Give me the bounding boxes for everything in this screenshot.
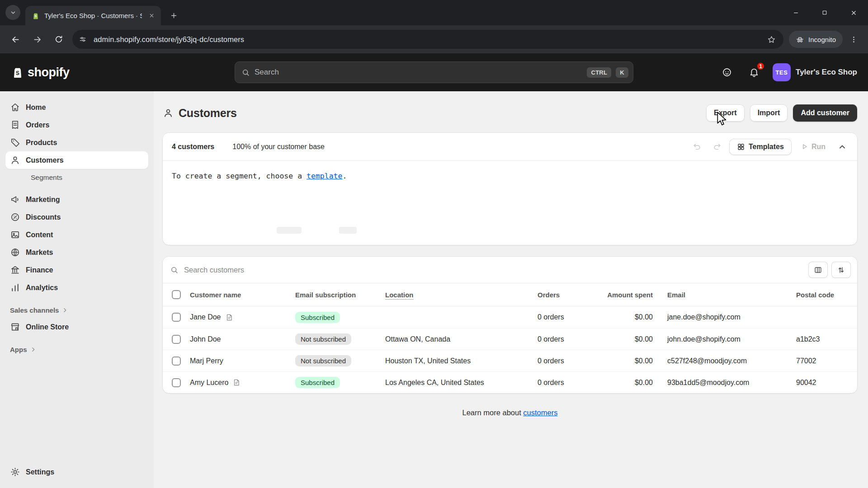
customers-page-icon — [163, 108, 174, 118]
apps-header[interactable]: Apps — [5, 341, 148, 357]
site-info-icon[interactable] — [75, 32, 90, 47]
footer-text: Learn more about — [462, 408, 524, 417]
tab-search-button[interactable] — [5, 5, 20, 20]
sidebar-item-label: Online Store — [26, 323, 69, 331]
column-header-postal-code[interactable]: Postal code — [796, 291, 850, 299]
close-button[interactable] — [839, 0, 868, 25]
forward-button[interactable] — [27, 29, 47, 49]
sort-button[interactable] — [831, 262, 851, 278]
run-button[interactable]: Run — [796, 143, 830, 151]
column-header-amount-spent[interactable]: Amount spent — [601, 291, 667, 299]
undo-button[interactable] — [689, 139, 705, 155]
add-customer-button[interactable]: Add customer — [793, 104, 857, 122]
main-content: Customers Export Import Add customer 4 c… — [154, 91, 868, 488]
column-header-location[interactable]: Location — [385, 291, 538, 299]
table-row[interactable]: Jane Doe Subscribed 0 orders $0.00 jane.… — [163, 306, 857, 328]
sidebar-item-discounts[interactable]: Discounts — [5, 208, 148, 226]
column-header-email-subscription[interactable]: Email subscription — [295, 291, 385, 299]
new-tab-button[interactable] — [165, 7, 182, 23]
global-search[interactable]: CTRL K — [235, 61, 633, 83]
sidebar-item-products[interactable]: Products — [5, 134, 148, 151]
minimize-button[interactable] — [781, 0, 810, 25]
orders-icon — [10, 120, 20, 130]
sidebar-item-marketing[interactable]: Marketing — [5, 191, 148, 208]
table-row[interactable]: Marj Perry Not subscribed Houston TX, Un… — [163, 350, 857, 371]
browser-tab[interactable]: S Tyler's Eco Shop · Customers · S — [25, 6, 161, 25]
sidebar: Home Orders Products Customers Segments … — [0, 91, 154, 488]
redo-button[interactable] — [709, 139, 725, 155]
incognito-label: Incognito — [808, 36, 836, 43]
store-menu[interactable]: TES Tyler's Eco Shop — [773, 63, 857, 81]
columns-icon — [814, 266, 822, 274]
plus-icon — [170, 12, 178, 19]
column-header-orders[interactable]: Orders — [538, 291, 601, 299]
collapse-segment-button[interactable] — [835, 139, 850, 155]
sidebar-item-content[interactable]: Content — [5, 226, 148, 244]
sidebar-item-online-store[interactable]: Online Store — [5, 318, 148, 336]
customers-learn-more-link[interactable]: customers — [523, 408, 557, 417]
row-checkbox[interactable] — [172, 357, 181, 366]
customer-orders: 0 orders — [538, 335, 601, 343]
customer-orders: 0 orders — [538, 357, 601, 365]
back-button[interactable] — [5, 29, 25, 49]
sidebar-item-finance[interactable]: Finance — [5, 261, 148, 279]
customer-postal: a1b2c3 — [796, 335, 850, 343]
customer-amount: $0.00 — [601, 313, 667, 321]
subscription-badge: Not subscribed — [295, 355, 351, 366]
address-bar[interactable]: admin.shopify.com/store/jy63jq-dc/custom… — [72, 30, 783, 49]
sidebar-item-home[interactable]: Home — [5, 99, 148, 116]
row-checkbox[interactable] — [172, 335, 181, 344]
table-footer: Learn more about customers — [163, 408, 857, 417]
minimize-icon — [793, 9, 799, 16]
sidebar-item-segments[interactable]: Segments — [5, 169, 148, 186]
customer-name[interactable]: Marj Perry — [190, 357, 223, 365]
sidebar-item-markets[interactable]: Markets — [5, 244, 148, 261]
customer-name[interactable]: Amy Lucero — [190, 379, 228, 387]
template-link[interactable]: template — [307, 172, 342, 180]
play-icon — [801, 143, 808, 150]
sidebar-item-settings[interactable]: Settings — [5, 463, 148, 481]
shopify-favicon: S — [32, 12, 40, 20]
segment-editor[interactable]: To create a segment, choose a template. — [163, 161, 857, 245]
customer-orders: 0 orders — [538, 313, 601, 321]
maximize-button[interactable] — [810, 0, 839, 25]
tab-close-icon[interactable] — [146, 11, 156, 21]
row-checkbox[interactable] — [172, 313, 181, 322]
row-checkbox[interactable] — [172, 378, 181, 387]
customer-search-input[interactable] — [184, 266, 803, 274]
bookmark-star-icon[interactable] — [764, 32, 779, 47]
sidekick-button[interactable] — [718, 64, 736, 81]
skeleton-bar — [277, 227, 302, 234]
maximize-icon — [821, 9, 828, 16]
sidebar-item-orders[interactable]: Orders — [5, 116, 148, 134]
notifications-button[interactable]: 1 — [745, 64, 763, 81]
content-icon — [10, 230, 20, 240]
table-row[interactable]: John Doe Not subscribed Ottawa ON, Canad… — [163, 328, 857, 350]
import-button[interactable]: Import — [750, 104, 788, 122]
sidebar-item-analytics[interactable]: Analytics — [5, 279, 148, 296]
customer-name[interactable]: Jane Doe — [190, 313, 221, 321]
export-button[interactable]: Export — [706, 104, 745, 122]
customer-name[interactable]: John Doe — [190, 335, 221, 343]
sidebar-item-customers[interactable]: Customers — [5, 151, 148, 169]
svg-text:S: S — [16, 70, 19, 76]
column-header-email[interactable]: Email — [667, 291, 796, 299]
select-all-checkbox[interactable] — [172, 290, 181, 299]
column-header-customer-name[interactable]: Customer name — [190, 291, 295, 299]
table-row[interactable]: Amy Lucero Subscribed Los Angeles CA, Un… — [163, 371, 857, 393]
shopify-logo[interactable]: S shopify — [11, 66, 70, 80]
browser-menu-button[interactable] — [844, 30, 863, 48]
edit-columns-button[interactable] — [808, 262, 828, 278]
tab-title: Tyler's Eco Shop · Customers · S — [44, 12, 142, 19]
reload-button[interactable] — [49, 29, 69, 49]
global-search-input[interactable] — [255, 68, 582, 77]
reload-icon — [54, 35, 63, 44]
incognito-badge: Incognito — [789, 31, 843, 48]
shortcut-key-k: K — [616, 67, 628, 78]
editor-text: To create a segment, choose a — [172, 172, 307, 180]
sidekick-icon — [722, 67, 732, 78]
search-icon — [241, 68, 250, 77]
sales-channels-header[interactable]: Sales channels — [5, 302, 148, 318]
sidebar-item-label: Content — [26, 231, 53, 239]
templates-button[interactable]: Templates — [729, 139, 792, 155]
